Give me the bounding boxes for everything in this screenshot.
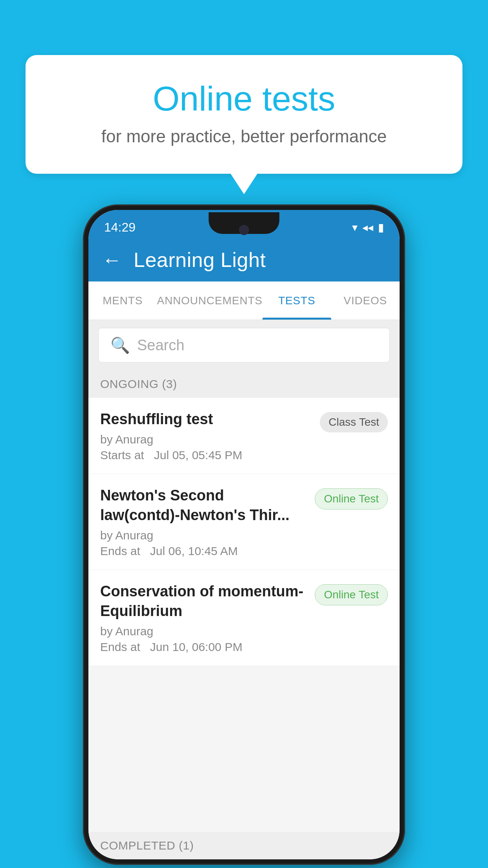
tab-announcements-label: ANNOUNCEMENTS [157,294,262,307]
tab-videos[interactable]: VIDEOS [331,281,400,320]
tab-ments[interactable]: MENTS [88,281,157,320]
tab-tests[interactable]: TESTS [262,281,331,320]
test-info-2: Newton's Second law(contd)-Newton's Thir… [100,486,307,558]
test-date-3: Ends at Jun 10, 06:00 PM [100,640,307,654]
speech-bubble-container: Online tests for more practice, better p… [26,55,462,174]
search-icon: 🔍 [110,336,130,355]
test-item-3[interactable]: Conservation of momentum-Equilibrium by … [88,570,400,666]
test-name-2: Newton's Second law(contd)-Newton's Thir… [100,486,307,525]
test-date-2: Ends at Jul 06, 10:45 AM [100,544,307,558]
speech-bubble: Online tests for more practice, better p… [26,55,462,174]
test-by-2: by Anurag [100,529,307,542]
signal-icon: ◂◂ [362,221,373,234]
test-item-1[interactable]: Reshuffling test by Anurag Starts at Jul… [88,398,400,474]
test-date-1: Starts at Jul 05, 05:45 PM [100,449,312,462]
search-input[interactable]: Search [137,337,184,354]
tab-ments-label: MENTS [103,294,143,307]
phone-body: 14:29 ▾ ◂◂ ▮ ← Learning Light MENTS ANNO… [83,204,405,865]
test-item-2[interactable]: Newton's Second law(contd)-Newton's Thir… [88,474,400,570]
tab-tests-label: TESTS [278,294,315,307]
front-camera [239,225,249,235]
test-badge-3: Online Test [315,584,388,605]
app-title: Learning Light [134,248,266,272]
test-info-3: Conservation of momentum-Equilibrium by … [100,582,307,654]
bubble-title: Online tests [57,79,431,119]
tab-videos-label: VIDEOS [343,294,387,307]
status-icons: ▾ ◂◂ ▮ [352,221,384,234]
test-name-3: Conservation of momentum-Equilibrium [100,582,307,621]
test-by-1: by Anurag [100,433,312,446]
bubble-subtitle: for more practice, better performance [57,127,431,146]
back-button[interactable]: ← [102,250,122,270]
search-bar[interactable]: 🔍 Search [98,328,390,362]
test-by-3: by Anurag [100,625,307,638]
test-list: Reshuffling test by Anurag Starts at Jul… [88,398,400,666]
test-badge-2: Online Test [315,488,388,509]
ongoing-section-label: ONGOING (3) [88,370,400,398]
test-badge-1: Class Test [320,412,388,432]
tabs-bar: MENTS ANNOUNCEMENTS TESTS VIDEOS [88,281,400,320]
completed-section-label: COMPLETED (1) [88,832,400,859]
battery-icon: ▮ [378,221,384,234]
status-time: 14:29 [104,220,136,235]
phone-screen: 14:29 ▾ ◂◂ ▮ ← Learning Light MENTS ANNO… [88,210,400,859]
phone-mockup: 14:29 ▾ ◂◂ ▮ ← Learning Light MENTS ANNO… [83,204,405,865]
test-name-1: Reshuffling test [100,410,312,429]
search-bar-wrapper: 🔍 Search [88,320,400,370]
test-info-1: Reshuffling test by Anurag Starts at Jul… [100,410,312,462]
tab-announcements[interactable]: ANNOUNCEMENTS [157,281,262,320]
wifi-icon: ▾ [352,221,358,234]
phone-notch [209,212,279,234]
app-header: ← Learning Light [88,238,400,281]
